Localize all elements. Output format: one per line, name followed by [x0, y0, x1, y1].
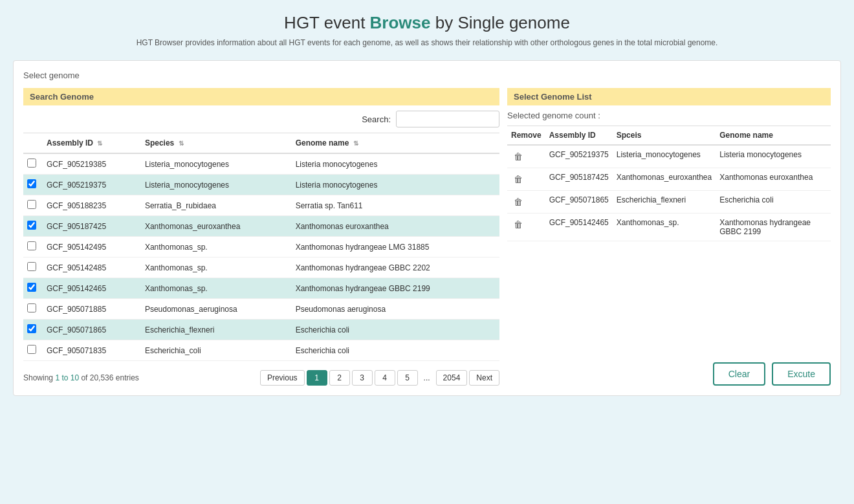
delete-row-button[interactable]: 🗑 — [511, 218, 525, 231]
table-cell: GCF_905188235 — [43, 195, 141, 216]
page-title: HGT event Browse by Single genome — [13, 13, 841, 33]
right-table-cell: Escherichia coli — [716, 191, 831, 214]
right-table-cell: GCF_905219375 — [545, 145, 613, 168]
col-genome-name[interactable]: Genome name ⇅ — [292, 133, 499, 154]
row-checkbox[interactable] — [27, 303, 36, 312]
right-table-header: Remove Assembly ID Spceis Genome name — [507, 126, 831, 146]
page-2-button[interactable]: 2 — [329, 370, 350, 386]
right-col-remove: Remove — [507, 126, 545, 146]
showing-text: Showing 1 to 10 of 20,536 entries — [23, 373, 139, 382]
table-cell: Pseudomonas aeruginosa — [292, 299, 499, 320]
sort-icon-genome: ⇅ — [353, 140, 358, 147]
bottom-row: Showing 1 to 10 of 20,536 entries Previo… — [23, 365, 499, 386]
clear-button[interactable]: Clear — [713, 362, 765, 386]
table-cell: GCF_905071835 — [43, 340, 141, 361]
right-table-row: 🗑GCF_905187425Xanthomonas_euroxantheaXan… — [507, 168, 831, 191]
table-cell: Serratia_B_rubidaea — [141, 195, 292, 216]
table-cell: Xanthomonas hydrangeae GBBC 2199 — [292, 278, 499, 299]
row-checkbox[interactable] — [27, 159, 36, 168]
row-checkbox[interactable] — [27, 200, 36, 209]
table-row: GCF_905188235Serratia_B_rubidaeaSerratia… — [23, 195, 499, 216]
right-table-row: 🗑GCF_905219375Listeria_monocytogenesList… — [507, 145, 831, 168]
row-checkbox[interactable] — [27, 283, 36, 292]
excute-button[interactable]: Excute — [772, 362, 831, 386]
row-checkbox[interactable] — [27, 241, 36, 250]
table-cell: Listeria monocytogenes — [292, 153, 499, 175]
data-table: Assembly ID ⇅ Species ⇅ Genome name ⇅ GC… — [23, 133, 499, 361]
table-cell: GCF_905187425 — [43, 216, 141, 237]
page-1-button[interactable]: 1 — [307, 370, 327, 386]
page-4-button[interactable]: 4 — [375, 370, 395, 386]
pagination: Previous 1 2 3 4 5 ... 2054 Next — [260, 370, 499, 386]
table-cell: Xanthomonas hydrangeae GBBC 2202 — [292, 257, 499, 278]
delete-row-button[interactable]: 🗑 — [511, 173, 525, 186]
col-species[interactable]: Species ⇅ — [141, 133, 292, 154]
table-row: GCF_905071835Escherichia_coliEscherichia… — [23, 340, 499, 361]
right-table-cell: GCF_905142465 — [545, 214, 613, 241]
row-checkbox[interactable] — [27, 324, 36, 333]
next-button[interactable]: Next — [469, 370, 499, 386]
delete-row-button[interactable]: 🗑 — [511, 195, 525, 208]
right-table-cell: Xanthomonas_sp. — [613, 214, 716, 241]
right-table: Remove Assembly ID Spceis Genome name 🗑G… — [507, 126, 831, 241]
table-cell: GCF_905142485 — [43, 257, 141, 278]
action-buttons: Clear Excute — [507, 362, 831, 386]
col-assembly-id[interactable]: Assembly ID ⇅ — [43, 133, 141, 154]
right-table-row: 🗑GCF_905071865Escherichia_flexneriEscher… — [507, 191, 831, 214]
table-cell: Escherichia_coli — [141, 340, 292, 361]
table-cell: Xanthomonas_sp. — [141, 237, 292, 257]
row-checkbox[interactable] — [27, 345, 36, 354]
right-col-species: Spceis — [613, 126, 716, 146]
right-table-row: 🗑GCF_905142465Xanthomonas_sp.Xanthomonas… — [507, 214, 831, 241]
table-cell: Escherichia_flexneri — [141, 320, 292, 340]
prev-button[interactable]: Previous — [260, 370, 305, 386]
right-table-cell: Xanthomonas_euroxanthea — [613, 168, 716, 191]
page-last-button[interactable]: 2054 — [436, 370, 468, 386]
table-row: GCF_905187425Xanthomonas_euroxantheaXant… — [23, 216, 499, 237]
table-row: GCF_905071885Pseudomonas_aeruginosaPseud… — [23, 299, 499, 320]
table-cell: GCF_905142465 — [43, 278, 141, 299]
row-checkbox[interactable] — [27, 262, 36, 271]
table-cell: Xanthomonas_euroxanthea — [141, 216, 292, 237]
table-cell: Listeria_monocytogenes — [141, 175, 292, 195]
right-table-cell: Listeria monocytogenes — [716, 145, 831, 168]
table-cell: Listeria_monocytogenes — [141, 153, 292, 175]
main-card: Select genome Search Genome Search: Asse… — [13, 60, 841, 396]
page-3-button[interactable]: 3 — [352, 370, 373, 386]
left-panel: Search Genome Search: Assembly ID ⇅ Spec… — [23, 88, 499, 386]
table-header-row: Assembly ID ⇅ Species ⇅ Genome name ⇅ — [23, 133, 499, 154]
table-row: GCF_905219385Listeria_monocytogenesListe… — [23, 153, 499, 175]
row-checkbox[interactable] — [27, 221, 36, 230]
table-cell: GCF_905219375 — [43, 175, 141, 195]
sort-icon-species: ⇅ — [179, 140, 184, 147]
right-panel-scroll: Remove Assembly ID Spceis Genome name 🗑G… — [507, 126, 831, 355]
page-5-button[interactable]: 5 — [397, 370, 418, 386]
table-cell: Xanthomonas hydrangeae LMG 31885 — [292, 237, 499, 257]
search-input[interactable] — [396, 111, 499, 127]
page-subtitle: HGT Browser provides information about a… — [13, 38, 841, 47]
table-cell: Listeria monocytogenes — [292, 175, 499, 195]
table-cell: Escherichia coli — [292, 320, 499, 340]
right-table-cell: GCF_905187425 — [545, 168, 613, 191]
table-row: GCF_905219375Listeria_monocytogenesListe… — [23, 175, 499, 195]
table-cell: Xanthomonas_sp. — [141, 257, 292, 278]
two-panels: Search Genome Search: Assembly ID ⇅ Spec… — [23, 88, 831, 386]
right-col-genome-name: Genome name — [716, 126, 831, 146]
delete-row-button[interactable]: 🗑 — [511, 150, 525, 163]
left-panel-header: Search Genome — [23, 88, 499, 105]
sort-icon: ⇅ — [97, 140, 102, 147]
table-cell: GCF_905219385 — [43, 153, 141, 175]
search-row: Search: — [23, 111, 499, 127]
table-cell: GCF_905142495 — [43, 237, 141, 257]
table-cell: Serratia sp. Tan611 — [292, 195, 499, 216]
right-table-cell: Listeria_monocytogenes — [613, 145, 716, 168]
selected-count: Selected genome count : — [507, 111, 831, 120]
right-col-assembly-id: Assembly ID — [545, 126, 613, 146]
table-cell: Pseudomonas_aeruginosa — [141, 299, 292, 320]
col-checkbox — [23, 133, 43, 154]
table-cell: Xanthomonas euroxanthea — [292, 216, 499, 237]
right-panel-header: Select Genome List — [507, 88, 831, 105]
row-checkbox[interactable] — [27, 179, 36, 188]
page-ellipsis: ... — [420, 371, 434, 385]
right-table-cell: Escherichia_flexneri — [613, 191, 716, 214]
